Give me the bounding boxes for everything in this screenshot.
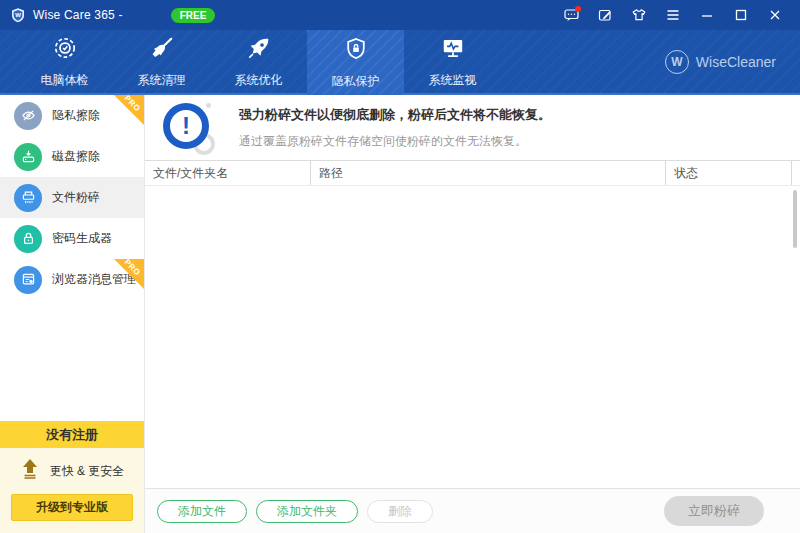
column-header-end-divider — [791, 161, 800, 185]
info-subtitle: 通过覆盖原粉碎文件存储空间使粉碎的文件无法恢复。 — [239, 133, 551, 150]
shredder-icon — [14, 184, 42, 212]
main-content: ! 强力粉碎文件以便彻底删除，粉碎后文件将不能恢复。 通过覆盖原粉碎文件存储空间… — [145, 95, 800, 533]
column-header-path[interactable]: 路径 — [310, 161, 665, 185]
minimize-icon[interactable] — [692, 3, 722, 27]
add-folder-button[interactable]: 添加文件夹 — [256, 500, 358, 523]
info-bar: ! 强力粉碎文件以便彻底删除，粉碎后文件将不能恢复。 通过覆盖原粉碎文件存储空间… — [145, 95, 800, 161]
brand-name: WiseCleaner — [696, 54, 776, 70]
add-file-button[interactable]: 添加文件 — [157, 500, 247, 523]
sidebar-item-disk-eraser[interactable]: 磁盘擦除 — [0, 136, 144, 177]
tab-label: 系统监视 — [429, 72, 477, 89]
padlock-icon — [14, 225, 42, 253]
edit-icon[interactable] — [590, 3, 620, 27]
sidebar-item-label: 磁盘擦除 — [52, 148, 100, 165]
rocket-icon — [246, 35, 272, 65]
sidebar: 隐私擦除 PRO 磁盘擦除 文件粉碎 密码生成器 — [0, 95, 145, 533]
theme-shirt-icon[interactable] — [624, 3, 654, 27]
info-title: 强力粉碎文件以便彻底删除，粉碎后文件将不能恢复。 — [239, 106, 551, 124]
svg-text:W: W — [15, 12, 21, 18]
tab-privacy-protector[interactable]: 隐私保护 — [307, 30, 404, 95]
shield-lock-icon — [343, 36, 369, 66]
table-header: 文件/文件夹名 路径 状态 — [145, 161, 800, 186]
app-body: 隐私擦除 PRO 磁盘擦除 文件粉碎 密码生成器 — [0, 95, 800, 533]
menu-icon[interactable] — [658, 3, 688, 27]
upgrade-arrow-icon — [20, 457, 40, 485]
titlebar: W Wise Care 365 - FREE — [0, 0, 800, 30]
disk-erase-icon — [14, 143, 42, 171]
messages-icon[interactable] — [556, 3, 586, 27]
nav-tabs: 电脑体检 系统清理 系统优化 隐私保护 — [16, 30, 501, 93]
eye-off-icon — [14, 102, 42, 130]
alert-icon: ! — [161, 101, 217, 155]
window-title: Wise Care 365 - — [33, 8, 123, 22]
file-list-empty-area — [145, 186, 800, 488]
tab-pc-checkup[interactable]: 电脑体检 — [16, 30, 113, 93]
tab-label: 隐私保护 — [332, 73, 380, 90]
notification-dot — [575, 6, 581, 12]
register-tagline-row: 更快 & 更安全 — [0, 448, 144, 494]
register-section: 没有注册 更快 & 更安全 升级到专业版 — [0, 421, 144, 533]
alert-deco-dot — [206, 103, 211, 108]
tab-system-cleaner[interactable]: 系统清理 — [113, 30, 210, 93]
main-navbar: 电脑体检 系统清理 系统优化 隐私保护 — [0, 30, 800, 95]
app-window: W Wise Care 365 - FREE — [0, 0, 800, 533]
tab-label: 系统优化 — [235, 72, 283, 89]
upgrade-to-pro-button[interactable]: 升级到专业版 — [11, 494, 133, 521]
titlebar-controls — [556, 3, 790, 27]
wisecleaner-logo-icon: W — [665, 50, 689, 74]
sidebar-item-label: 文件粉碎 — [52, 189, 100, 206]
sidebar-item-label: 隐私擦除 — [52, 107, 100, 124]
sidebar-item-privacy-eraser[interactable]: 隐私擦除 PRO — [0, 95, 144, 136]
tab-label: 电脑体检 — [41, 72, 89, 89]
exclamation-icon: ! — [163, 103, 209, 149]
checkup-target-icon — [52, 35, 78, 65]
wisecleaner-brand: W WiseCleaner — [665, 30, 776, 93]
close-icon[interactable] — [760, 3, 790, 27]
shred-now-button[interactable]: 立即粉碎 — [664, 496, 764, 526]
column-header-filename[interactable]: 文件/文件夹名 — [145, 161, 310, 185]
maximize-icon[interactable] — [726, 3, 756, 27]
sidebar-item-browser-message-manager[interactable]: 浏览器消息管理 PRO — [0, 259, 144, 300]
tab-system-monitor[interactable]: 系统监视 — [404, 30, 501, 93]
free-badge: FREE — [171, 8, 216, 23]
monitor-pulse-icon — [440, 35, 466, 65]
column-header-status[interactable]: 状态 — [665, 161, 791, 185]
sidebar-item-password-generator[interactable]: 密码生成器 — [0, 218, 144, 259]
bottom-toolbar: 添加文件 添加文件夹 删除 立即粉碎 — [145, 488, 800, 533]
sidebar-item-label: 密码生成器 — [52, 230, 112, 247]
tab-system-tuneup[interactable]: 系统优化 — [210, 30, 307, 93]
browser-bell-icon — [14, 266, 42, 294]
broom-icon — [149, 35, 175, 65]
app-shield-logo-icon: W — [10, 7, 26, 23]
delete-button[interactable]: 删除 — [367, 500, 433, 523]
tab-label: 系统清理 — [138, 72, 186, 89]
register-tagline: 更快 & 更安全 — [50, 463, 125, 480]
info-texts: 强力粉碎文件以便彻底删除，粉碎后文件将不能恢复。 通过覆盖原粉碎文件存储空间使粉… — [239, 106, 551, 150]
scrollbar-thumb[interactable] — [793, 190, 797, 248]
sidebar-item-file-shredder[interactable]: 文件粉碎 — [0, 177, 144, 218]
register-status: 没有注册 — [0, 421, 144, 448]
